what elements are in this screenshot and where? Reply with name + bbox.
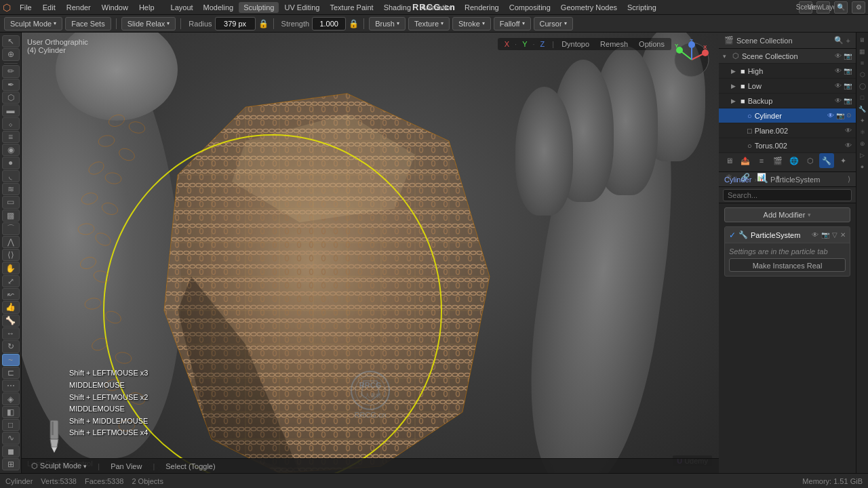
breadcrumb-end-icon[interactable]: ⟩ [848, 175, 850, 184]
edge-icon-data[interactable]: ▷ [858, 150, 867, 160]
plane-eye-icon[interactable]: 👁 [845, 127, 852, 134]
collection-plane[interactable]: □ Plane.002 👁 [719, 123, 856, 138]
tool-draw[interactable]: ✏ [2, 65, 20, 77]
search-btn[interactable]: 🔍 [834, 1, 848, 14]
root-toggle[interactable]: ▾ [723, 53, 730, 60]
tool-rotate[interactable]: ↻ [2, 340, 20, 352]
menu-help[interactable]: Help [134, 2, 159, 13]
tool-simplify[interactable]: ◈ [2, 392, 20, 405]
edge-icon-view[interactable]: ≡ [858, 58, 867, 68]
torus-eye-icon[interactable]: 👁 [845, 142, 852, 149]
breadcrumb-mod[interactable]: ParticleSystem [770, 176, 820, 184]
tool-multires[interactable]: ⊞ [2, 458, 20, 470]
tool-slide-relax[interactable]: ~ [2, 354, 20, 366]
backup-toggle[interactable]: ▶ [731, 98, 738, 104]
tab-shading[interactable]: Shading [379, 2, 416, 13]
edge-icon-output[interactable]: ▦ [858, 47, 867, 56]
edge-icon-object[interactable]: □ [858, 93, 867, 102]
prop-world-btn[interactable]: 🌐 [787, 153, 802, 168]
tool-scrape[interactable]: ⌒ [2, 222, 20, 235]
tool-cursor[interactable]: ⊕ [2, 48, 20, 60]
low-cam-icon[interactable]: 📷 [844, 82, 852, 89]
edge-icon-world[interactable]: ◯ [858, 81, 867, 91]
prop-render-btn[interactable]: 🖥 [722, 153, 736, 168]
cyl-cam-icon[interactable]: 📷 [836, 112, 844, 119]
tool-face-sets-draw[interactable]: ◼ [2, 445, 20, 458]
pan-view-btn[interactable]: Pan View [106, 462, 146, 471]
menu-window[interactable]: Window [97, 2, 133, 13]
cyl-eye-icon[interactable]: 👁 [827, 112, 834, 119]
mod-enable-checkbox[interactable]: ✓ [729, 230, 736, 240]
cyl-render-icon[interactable]: ⊙ [846, 112, 852, 119]
collection-backup[interactable]: ▶ ■ Backup 👁 📷 [719, 94, 856, 108]
prop-scene-btn[interactable]: 🎬 [770, 153, 785, 168]
tool-box-mask[interactable]: □ [2, 419, 20, 431]
edge-icon-physics[interactable]: ⚛ [858, 127, 867, 137]
tab-compositing[interactable]: Compositing [505, 2, 555, 13]
settings-btn[interactable]: ⚙ [852, 1, 865, 14]
tool-mask[interactable]: ◧ [2, 406, 20, 418]
tool-elastic-deform[interactable]: ⤢ [2, 275, 20, 287]
tool-clay[interactable]: ⬡ [2, 92, 20, 104]
tool-blob[interactable]: ● [2, 157, 20, 169]
tab-texture-paint[interactable]: Texture Paint [325, 2, 378, 13]
prop-particles-btn[interactable]: ✦ [835, 153, 850, 168]
tool-smooth[interactable]: ≋ [2, 183, 20, 195]
mod-show-viewport-icon[interactable]: 👁 [812, 231, 818, 239]
texture-btn[interactable]: Texture▾ [408, 17, 450, 30]
properties-search-input[interactable] [723, 189, 852, 201]
brush-selector[interactable]: Slide Relax ▾ [121, 17, 176, 30]
tool-lasso-mask[interactable]: ∿ [2, 432, 20, 444]
menu-render[interactable]: Render [62, 2, 96, 13]
edge-icon-constraints[interactable]: ⊕ [858, 139, 867, 148]
viewport[interactable]: User Orthographic (4) Cylinder X · Y · Z… [22, 33, 719, 473]
tool-layer[interactable]: ≡ [2, 131, 20, 143]
edge-icon-particles[interactable]: ✦ [858, 116, 867, 125]
edge-icon-render[interactable]: 🖥 [858, 35, 867, 45]
tool-fill[interactable]: ▩ [2, 209, 20, 222]
tool-select[interactable]: ↖ [2, 35, 20, 47]
tool-inflate[interactable]: ◉ [2, 144, 20, 156]
edge-icon-scene[interactable]: ⬡ [858, 70, 867, 79]
breadcrumb-obj[interactable]: Cylinder [724, 176, 751, 184]
stroke-btn[interactable]: Stroke▾ [452, 17, 491, 30]
tool-pose[interactable]: 🦴 [2, 314, 20, 327]
prop-object-btn[interactable]: ⬡ [803, 153, 818, 168]
make-instances-real-btn[interactable]: Make Instances Real [729, 258, 846, 272]
high-cam-icon[interactable]: 📷 [844, 67, 852, 75]
axis-z-btn[interactable]: Z [538, 39, 548, 49]
axis-y-btn[interactable]: Y [519, 39, 530, 49]
viewport-gizmo[interactable]: X Y Z [671, 39, 712, 80]
backup-eye-icon[interactable]: 👁 [835, 97, 842, 104]
tool-snake-hook[interactable]: ↜ [2, 288, 20, 300]
prop-view-layer-btn[interactable]: ≡ [754, 153, 769, 168]
edge-icon-material[interactable]: ● [858, 162, 867, 171]
dyntopo-btn[interactable]: Dyntopo [559, 39, 592, 49]
tab-uv-editing[interactable]: UV Editing [279, 2, 324, 13]
brush-btn[interactable]: Brush▾ [369, 17, 406, 30]
high-toggle[interactable]: ▶ [731, 68, 738, 75]
tool-nudge[interactable]: ↔ [2, 327, 20, 340]
tool-flatten[interactable]: ▭ [2, 196, 20, 208]
mod-toggle-icon[interactable]: ▽ [832, 231, 837, 239]
collection-cylinder[interactable]: ○ Cylinder 👁 📷 ⊙ [719, 108, 856, 123]
tool-draw-sharp[interactable]: ✒ [2, 79, 20, 91]
radius-lock-icon[interactable]: 🔒 [258, 19, 269, 28]
axis-x-btn[interactable]: X [502, 39, 512, 49]
tool-multiplane-scrape[interactable]: ⋀ [2, 236, 20, 248]
low-toggle[interactable]: ▶ [731, 83, 738, 89]
tool-clay-strips[interactable]: ▬ [2, 104, 20, 117]
tool-thumb[interactable]: 👍 [2, 301, 20, 313]
tab-rendering[interactable]: Rendering [460, 2, 504, 13]
filter-icon[interactable]: 🔍 [834, 36, 844, 45]
collection-high[interactable]: ▶ ■ High 👁 📷 [719, 64, 856, 79]
tool-pinch[interactable]: ⟨⟩ [2, 249, 20, 261]
tool-boundary[interactable]: ⊏ [2, 367, 20, 379]
tab-modeling[interactable]: Modeling [199, 2, 239, 13]
menu-file[interactable]: File [15, 2, 37, 13]
tab-scripting[interactable]: Scripting [623, 2, 661, 13]
tool-grab[interactable]: ✋ [2, 262, 20, 274]
face-sets-btn[interactable]: Face Sets [65, 17, 111, 30]
sculpt-mode-btn[interactable]: ⬡ Sculpt Mode ▾ [27, 461, 91, 471]
tab-layout[interactable]: Layout [166, 2, 198, 13]
